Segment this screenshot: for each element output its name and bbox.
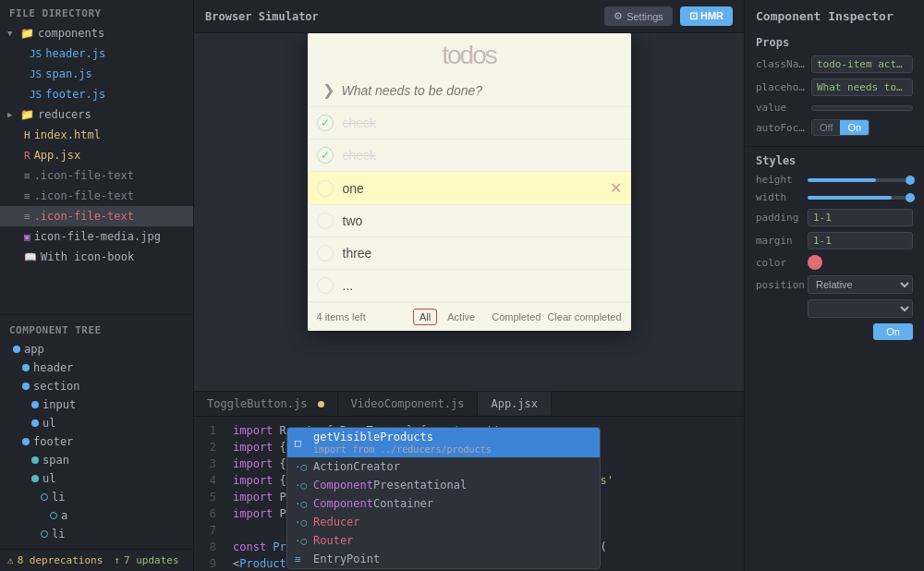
ac-class-icon: ·○ xyxy=(295,480,308,492)
sidebar-item-footer-js[interactable]: JS footer.js xyxy=(0,84,193,104)
hmr-icon: ⊡ xyxy=(689,10,698,21)
filter-all-button[interactable]: All xyxy=(413,309,437,325)
todo-check-icon[interactable]: ✓ xyxy=(317,147,334,164)
code-tabs: ToggleButton.js VideoComponent.js App.js… xyxy=(194,392,744,417)
tab-togglebutton[interactable]: ToggleButton.js xyxy=(194,392,338,416)
autofocus-toggle[interactable]: Off On xyxy=(811,119,869,136)
width-slider[interactable] xyxy=(808,196,913,200)
comp-dot-icon xyxy=(22,383,30,390)
file-directory-title: File Directory xyxy=(0,0,193,23)
comp-item-span[interactable]: span xyxy=(0,451,193,469)
todo-item: two xyxy=(308,205,631,237)
file-html-icon: H xyxy=(24,129,30,141)
comp-dot-icon xyxy=(13,346,20,353)
clear-completed-button[interactable]: Clear completed xyxy=(547,311,621,322)
prop-row-value: value xyxy=(745,99,924,116)
todo-check-icon[interactable] xyxy=(317,213,334,229)
todo-check-icon[interactable] xyxy=(317,245,334,261)
filter-active-button[interactable]: Active xyxy=(441,309,481,325)
sidebar-item-icon-text2[interactable]: ≡ .icon-file-text xyxy=(0,186,193,206)
todo-app: todos ❯ ✓ check ✓ check xyxy=(308,33,631,331)
todo-logo: todos xyxy=(319,41,620,70)
sidebar-item-header-js[interactable]: JS header.js xyxy=(0,43,193,64)
prop-row-placeholder: placeho... What needs to be do xyxy=(745,76,924,99)
tab-appjsx[interactable]: App.jsx xyxy=(478,392,552,416)
ac-item-component-container[interactable]: ·○ ComponentContainer xyxy=(287,494,600,513)
comp-item-ul2[interactable]: ul xyxy=(0,469,193,488)
tab-videocomponent[interactable]: VideoComponent.js xyxy=(338,392,479,416)
styles-section: Styles height width padding 1-1 xyxy=(745,146,924,350)
todo-check-icon[interactable]: ✓ xyxy=(317,115,334,131)
todo-item-selected: one ✕ xyxy=(308,172,631,205)
color-swatch[interactable] xyxy=(808,255,822,270)
sidebar-item-icon-book[interactable]: 📖 With icon-book xyxy=(0,247,193,267)
comp-item-footer[interactable]: footer xyxy=(0,432,193,451)
line-numbers: 12345 67891011 xyxy=(194,417,224,571)
sidebar-item-icon-text1[interactable]: ≡ .icon-file-text xyxy=(0,165,193,186)
code-body: 12345 67891011 import React, { PropTypes… xyxy=(194,417,744,571)
deprecation-warning: ⚠ 8 deprecations xyxy=(7,554,103,566)
todo-item: ... xyxy=(308,270,631,302)
todo-check-icon[interactable] xyxy=(317,277,334,294)
comp-item-section[interactable]: section xyxy=(0,377,193,395)
ac-entry-icon: ≡ xyxy=(295,553,308,565)
code-panel: ToggleButton.js VideoComponent.js App.js… xyxy=(194,391,744,571)
comp-dot-icon xyxy=(41,493,48,501)
style-row-on: On xyxy=(745,321,924,343)
ac-class-icon: ·○ xyxy=(295,535,308,547)
props-title: Props xyxy=(745,32,924,53)
chevron-down-icon: ❯ xyxy=(315,74,342,106)
style-row-position: position Relative Absolute Fixed Static xyxy=(745,273,924,297)
sidebar-item-components[interactable]: ▼ 📁 components xyxy=(0,23,193,43)
settings-button[interactable]: ⚙ Settings xyxy=(604,6,673,26)
sidebar-item-icon-text3[interactable]: ≡ .icon-file-text xyxy=(0,206,193,226)
comp-dot-icon xyxy=(31,401,39,408)
file-jsx-icon: R xyxy=(24,150,30,162)
browser-header: Browser Simulator ⚙ Settings ⊡ HMR xyxy=(194,0,744,33)
comp-dot-icon xyxy=(50,512,57,519)
sidebar-item-reducers[interactable]: ▶ 📁 reducers xyxy=(0,104,193,125)
hmr-button[interactable]: ⊡ HMR xyxy=(680,6,733,26)
ac-module-icon: □ xyxy=(295,437,308,449)
comp-item-a[interactable]: a xyxy=(0,506,193,525)
todo-footer: 4 items left All Active Completed Clear … xyxy=(308,302,631,331)
style-on-button[interactable]: On xyxy=(873,323,913,340)
comp-item-input[interactable]: input xyxy=(0,395,193,414)
file-tree: ▼ 📁 components JS header.js JS span.js J… xyxy=(0,23,193,314)
style-row-margin: margin 1-1 xyxy=(745,229,924,252)
position-select[interactable]: Relative Absolute Fixed Static xyxy=(808,275,913,294)
comp-dot-icon xyxy=(31,419,39,427)
gear-icon: ⚙ xyxy=(614,10,623,22)
toggle-on-button[interactable]: On xyxy=(840,120,869,135)
todo-input[interactable] xyxy=(342,76,624,105)
comp-item-ul[interactable]: ul xyxy=(0,414,193,432)
ac-item-actioncreator[interactable]: ·○ ActionCreator xyxy=(287,457,600,476)
extra-select[interactable] xyxy=(808,299,913,318)
ac-item-router[interactable]: ·○ Router xyxy=(287,531,600,550)
ac-item-reducer[interactable]: ·○ Reducer xyxy=(287,513,600,531)
height-slider[interactable] xyxy=(808,178,913,182)
comp-dot-icon xyxy=(31,475,39,482)
autocomplete-popup: □ getVisibleProducts import from ../redu… xyxy=(286,427,601,569)
todo-check-icon[interactable] xyxy=(317,180,334,197)
comp-item-li2[interactable]: li xyxy=(0,525,193,543)
style-row-width: width xyxy=(745,188,924,206)
comp-item-app[interactable]: app xyxy=(0,340,193,358)
comp-item-li1[interactable]: li xyxy=(0,488,193,506)
sidebar-item-span-js[interactable]: JS span.js xyxy=(0,64,193,84)
todo-input-area: ❯ xyxy=(308,74,631,107)
filter-completed-button[interactable]: Completed xyxy=(485,309,547,325)
ac-class-icon: ·○ xyxy=(295,498,308,510)
ac-item-entrypoint[interactable]: ≡ EntryPoint xyxy=(287,550,600,568)
file-text-icon: ≡ xyxy=(24,211,30,223)
sidebar-item-icon-media[interactable]: ▣ icon-file-media.jpg xyxy=(0,226,193,247)
comp-dot-icon xyxy=(22,438,30,445)
toggle-off-button[interactable]: Off xyxy=(812,120,840,135)
sidebar-item-index-html[interactable]: H index.html xyxy=(0,125,193,145)
ac-item-getvisibleproducts[interactable]: □ getVisibleProducts import from ../redu… xyxy=(287,428,600,457)
ac-item-component-presentational[interactable]: ·○ ComponentPresentational xyxy=(287,476,600,494)
component-tree: Component Tree app header section input … xyxy=(0,314,193,549)
sidebar-item-app-jsx[interactable]: R App.jsx xyxy=(0,145,193,165)
comp-item-header[interactable]: header xyxy=(0,358,193,377)
delete-icon[interactable]: ✕ xyxy=(610,179,622,197)
